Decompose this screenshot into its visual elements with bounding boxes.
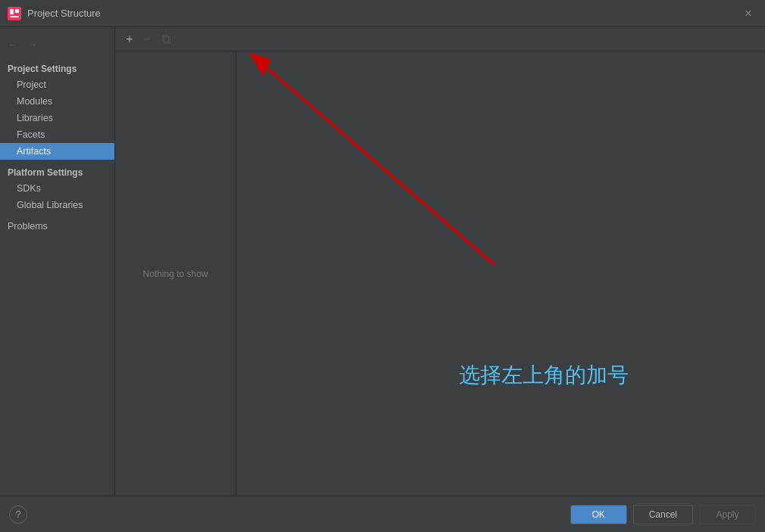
intellij-icon — [8, 7, 21, 20]
sidebar-item-modules[interactable]: Modules — [0, 93, 114, 110]
sidebar: ← → Project Settings Project Modules Lib… — [0, 27, 115, 496]
bottom-bar: ? OK Cancel Apply — [0, 496, 765, 532]
svg-rect-3 — [15, 9, 19, 13]
forward-button[interactable]: → — [24, 36, 41, 53]
content-area: + − ⧉ Nothing to show — [115, 27, 765, 496]
add-button[interactable]: + — [121, 31, 138, 48]
bottom-left: ? — [9, 506, 27, 524]
platform-settings-label: Platform Settings — [0, 160, 114, 180]
bottom-right: OK Cancel Apply — [570, 505, 756, 524]
remove-button[interactable]: − — [139, 31, 156, 48]
sidebar-item-sdks[interactable]: SDKs — [0, 180, 114, 197]
arrow-annotation — [236, 51, 765, 496]
help-button[interactable]: ? — [9, 506, 27, 524]
project-settings-label: Project Settings — [0, 59, 114, 76]
list-panel: Nothing to show — [115, 51, 236, 496]
sidebar-item-global-libraries[interactable]: Global Libraries — [0, 197, 114, 213]
close-button[interactable]: × — [739, 5, 757, 23]
title-bar-left: Project Structure — [8, 7, 101, 20]
svg-rect-1 — [10, 9, 14, 14]
svg-rect-0 — [8, 7, 21, 20]
content-toolbar: + − ⧉ — [115, 27, 765, 51]
sidebar-item-artifacts[interactable]: Artifacts — [0, 143, 114, 160]
main-layout: ← → Project Settings Project Modules Lib… — [0, 27, 765, 496]
back-button[interactable]: ← — [5, 36, 21, 53]
right-panel: 选择左上角的加号 — [236, 51, 765, 496]
sidebar-item-project[interactable]: Project — [0, 76, 114, 93]
sidebar-item-problems[interactable]: Problems — [0, 213, 114, 235]
apply-button[interactable]: Apply — [699, 505, 756, 524]
sidebar-item-facets[interactable]: Facets — [0, 126, 114, 143]
ok-button[interactable]: OK — [570, 505, 627, 524]
title-bar-title: Project Structure — [27, 8, 101, 19]
copy-button[interactable]: ⧉ — [158, 31, 174, 48]
svg-rect-2 — [10, 16, 19, 17]
sidebar-item-libraries[interactable]: Libraries — [0, 110, 114, 126]
nothing-to-show-label: Nothing to show — [142, 269, 208, 279]
content-split: Nothing to show 选择左上角的加号 — [115, 51, 765, 496]
title-bar: Project Structure × — [0, 0, 765, 27]
cancel-button[interactable]: Cancel — [633, 505, 693, 524]
nav-bar: ← → — [0, 33, 114, 56]
svg-line-5 — [267, 68, 495, 266]
annotation-text: 选择左上角的加号 — [459, 361, 629, 390]
